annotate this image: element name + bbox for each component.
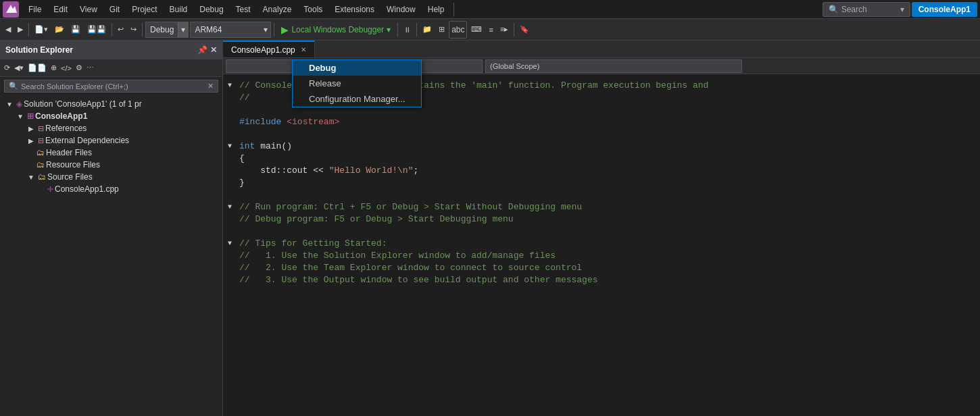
- se-cpp-file-node[interactable]: ✛ ConsoleApp1.cpp: [0, 183, 222, 195]
- se-ext-deps-icon: ⊟: [38, 136, 44, 145]
- platform-dropdown[interactable]: ARM64 ▾: [190, 22, 271, 38]
- nav-right-label: (Global Scope): [490, 62, 539, 70]
- project-expand-arrow[interactable]: ▼: [15, 113, 26, 120]
- dropdown-config-manager-item[interactable]: Configuration Manager...: [293, 91, 421, 107]
- fold-marker[interactable]: ▼: [223, 201, 237, 213]
- platform-label: ARM64: [191, 25, 261, 34]
- code-content: int main(): [237, 140, 980, 153]
- search-arrow: ▾: [900, 5, 904, 14]
- se-toolbar: ⟳ ◀▾ 📄📄 ⊕ </> ⚙ ⋯: [0, 59, 222, 77]
- menu-view[interactable]: View: [74, 0, 103, 18]
- se-pending-changes-btn[interactable]: ⊕: [49, 62, 58, 74]
- code-line: // 3. Use the Output window to see build…: [223, 274, 980, 286]
- se-code-view-btn[interactable]: </>: [59, 63, 73, 74]
- toolbar-bookmark[interactable]: 🔖: [517, 21, 532, 38]
- toolbar-forward[interactable]: ▶: [15, 21, 26, 38]
- code-line: [223, 128, 980, 140]
- config-dropdown[interactable]: Debug ▾: [145, 22, 189, 38]
- code-content: {: [237, 153, 980, 165]
- toolbar-new[interactable]: 📄▾: [32, 21, 51, 38]
- se-sync-btn[interactable]: ⟳: [3, 62, 11, 74]
- tab-close-icon[interactable]: ✕: [301, 46, 306, 53]
- se-resource-files-node[interactable]: 🗂 Resource Files: [0, 159, 222, 171]
- dropdown-debug-item[interactable]: Debug: [293, 60, 421, 76]
- code-line: std::cout << "Hello World!\n";: [223, 165, 980, 177]
- run-label: Local Windows Debugger: [291, 25, 384, 34]
- fold-marker[interactable]: ▼: [223, 80, 237, 92]
- tb-sep-1: [28, 23, 29, 36]
- se-settings-btn[interactable]: ⚙: [74, 62, 84, 74]
- toolbar-folder[interactable]: 📁: [420, 21, 435, 38]
- toolbar-undo[interactable]: ↩: [115, 21, 126, 38]
- toolbar-open[interactable]: 📂: [52, 21, 67, 38]
- se-search-clear[interactable]: ✕: [207, 82, 214, 90]
- se-expand-btn[interactable]: ⋯: [85, 62, 95, 74]
- se-tree: ▼ ◈ Solution 'ConsoleApp1' (1 of 1 pr ▼ …: [0, 95, 222, 416]
- se-project-icon: ⊞: [27, 111, 34, 121]
- se-pin-icon[interactable]: 📌: [197, 45, 207, 55]
- toolbar-format[interactable]: ⌨: [468, 21, 485, 38]
- se-all-files-btn[interactable]: 📄📄: [26, 62, 48, 74]
- nav-scope-right[interactable]: (Global Scope): [485, 59, 742, 73]
- editor-tab-cpp[interactable]: ConsoleApp1.cpp ✕: [223, 41, 315, 57]
- menu-project[interactable]: Project: [126, 0, 162, 18]
- se-references-icon: ⊟: [38, 124, 44, 133]
- se-source-files-node[interactable]: ▼ 🗂 Source Files: [0, 171, 222, 183]
- code-line: [223, 189, 980, 201]
- fold-marker[interactable]: ▼: [223, 238, 237, 250]
- menu-window[interactable]: Window: [381, 0, 421, 18]
- menu-debug[interactable]: Debug: [194, 0, 228, 18]
- se-close-icon[interactable]: ✕: [210, 45, 217, 55]
- menu-git[interactable]: Git: [104, 0, 125, 18]
- se-solution-node[interactable]: ▼ ◈ Solution 'ConsoleApp1' (1 of 1 pr: [0, 98, 222, 110]
- config-dropdown-arrow[interactable]: ▾: [178, 22, 188, 37]
- se-project-node[interactable]: ▼ ⊞ ConsoleApp1: [0, 110, 222, 122]
- toolbar-back[interactable]: ◀: [3, 21, 14, 38]
- toolbar-save-all[interactable]: 💾💾: [84, 21, 109, 38]
- menu-help[interactable]: Help: [422, 0, 450, 18]
- solution-explorer-header: Solution Explorer 📌 ✕: [0, 41, 222, 59]
- code-line: ▼ // Tips for Getting Started:: [223, 238, 980, 250]
- fold-marker[interactable]: ▼: [223, 140, 237, 153]
- se-search-box[interactable]: 🔍 Search Solution Explorer (Ctrl+;) ✕: [4, 80, 218, 93]
- menu-analyze[interactable]: Analyze: [258, 0, 297, 18]
- code-content: std::cout << "Hello World!\n";: [237, 165, 980, 177]
- dropdown-release-item[interactable]: Release: [293, 76, 421, 91]
- tb-sep-4: [274, 23, 274, 36]
- ext-deps-expand-arrow[interactable]: ▶: [26, 137, 36, 145]
- code-content: // Run program: Ctrl + F5 or Debug > Sta…: [237, 201, 980, 213]
- se-ext-deps-node[interactable]: ▶ ⊟ External Dependencies: [0, 134, 222, 147]
- toolbar-save[interactable]: 💾: [68, 21, 83, 38]
- se-header-files-node[interactable]: 🗂 Header Files: [0, 147, 222, 159]
- tb-sep-5: [397, 23, 398, 36]
- menu-test[interactable]: Test: [230, 0, 256, 18]
- se-references-node[interactable]: ▶ ⊟ References: [0, 122, 222, 134]
- run-button[interactable]: ▶ Local Windows Debugger ▾: [277, 23, 395, 36]
- solution-expand-arrow[interactable]: ▼: [4, 101, 15, 108]
- menu-extensions[interactable]: Extensions: [329, 0, 380, 18]
- se-search-icon: 🔍: [9, 82, 18, 90]
- code-line: ▼ // Run program: Ctrl + F5 or Debug > S…: [223, 201, 980, 213]
- code-line: // 1. Use the Solution Explorer window t…: [223, 250, 980, 262]
- toolbar-redo[interactable]: ↪: [128, 21, 139, 38]
- search-button[interactable]: 🔍 Search ▾: [823, 2, 910, 17]
- menu-bar: File Edit View Git Project Build Debug T…: [0, 0, 980, 19]
- code-area[interactable]: ▼ // ConsoleApp1.cpp : This file contain…: [223, 74, 980, 416]
- code-content: // Tips for Getting Started:: [237, 238, 980, 250]
- toolbar-pause[interactable]: ⏸: [401, 21, 414, 38]
- menu-build[interactable]: Build: [164, 0, 193, 18]
- se-back-btn[interactable]: ◀▾: [13, 62, 25, 74]
- toolbar-comment[interactable]: abc: [449, 21, 467, 38]
- references-expand-arrow[interactable]: ▶: [26, 125, 36, 132]
- source-files-label: Source Files: [47, 172, 93, 182]
- toolbar-indent2[interactable]: ≡▸: [497, 21, 511, 38]
- menu-edit[interactable]: Edit: [48, 0, 73, 18]
- menu-tools[interactable]: Tools: [298, 0, 328, 18]
- run-dropdown-arrow: ▾: [387, 25, 391, 34]
- toolbar-indent[interactable]: ≡: [486, 21, 495, 38]
- menu-file[interactable]: File: [23, 0, 47, 18]
- source-files-expand-arrow[interactable]: ▼: [26, 174, 36, 181]
- references-label: References: [45, 124, 87, 133]
- toolbar-breakpoints[interactable]: ⊞: [436, 21, 447, 38]
- editor-tabs: ConsoleApp1.cpp ✕: [223, 41, 980, 58]
